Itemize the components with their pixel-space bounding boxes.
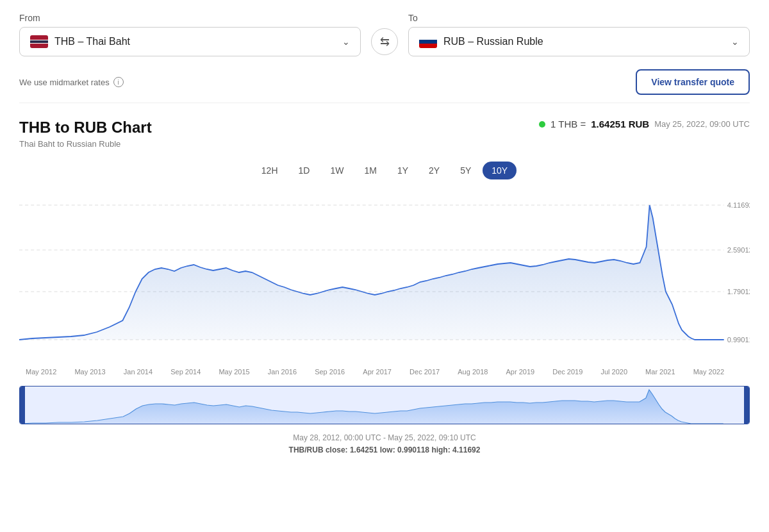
thb-flag: [30, 35, 48, 48]
svg-text:0.990118: 0.990118: [727, 336, 750, 344]
chart-subtitle: Thai Baht to Russian Ruble: [19, 139, 152, 149]
from-currency-group: From THB – Thai Baht ⌄: [19, 13, 361, 56]
from-currency-select[interactable]: THB – Thai Baht ⌄: [19, 27, 361, 56]
transfer-quote-button[interactable]: View transfer quote: [636, 69, 750, 95]
svg-text:2.59012: 2.59012: [727, 246, 750, 254]
tf-1m[interactable]: 1M: [355, 162, 385, 179]
svg-text:1.79012: 1.79012: [727, 288, 750, 295]
main-chart: 4.11692 2.59012 1.79012 0.990118: [19, 186, 750, 365]
rub-flag: [419, 35, 437, 48]
midmarket-row: We use midmarket rates i View transfer q…: [19, 69, 750, 103]
tf-10y[interactable]: 10Y: [483, 162, 517, 179]
x-label-13: Mar 2021: [645, 368, 675, 376]
x-label-6: Sep 2016: [315, 368, 345, 376]
svg-rect-0: [419, 35, 437, 40]
tf-5y[interactable]: 5Y: [451, 162, 480, 179]
midmarket-text: We use midmarket rates i: [19, 77, 124, 87]
x-label-7: Apr 2017: [363, 368, 392, 376]
x-label-4: May 2015: [219, 368, 249, 376]
from-label: From: [19, 13, 361, 23]
from-chevron-icon: ⌄: [342, 37, 350, 47]
tf-1w[interactable]: 1W: [321, 162, 352, 179]
x-label-1: May 2013: [74, 368, 105, 376]
chart-footer: May 28, 2012, 00:00 UTC - May 25, 2022, …: [19, 432, 750, 456]
x-label-8: Dec 2017: [409, 368, 440, 376]
to-label: To: [408, 13, 750, 23]
chart-svg: 4.11692 2.59012 1.79012 0.990118: [19, 186, 750, 365]
mini-chart-container[interactable]: [19, 386, 750, 424]
x-label-14: May 2022: [693, 368, 724, 376]
x-label-5: Jan 2016: [268, 368, 297, 376]
footer-close: 1.64251: [350, 445, 377, 454]
x-label-2: Jan 2014: [124, 368, 153, 376]
chart-header: THB to RUB Chart Thai Baht to Russian Ru…: [19, 119, 750, 149]
footer-high: 4.11692: [452, 445, 480, 454]
svg-rect-2: [419, 44, 437, 48]
footer-stats: THB/RUB close: 1.64251 low: 0.990118 hig…: [19, 444, 750, 456]
footer-range: May 28, 2012, 00:00 UTC - May 25, 2022, …: [19, 432, 750, 444]
tf-1y[interactable]: 1Y: [388, 162, 417, 179]
svg-text:4.11692: 4.11692: [727, 201, 750, 209]
chart-title: THB to RUB Chart: [19, 119, 152, 137]
tf-12h[interactable]: 12H: [252, 162, 287, 179]
to-chevron-icon: ⌄: [731, 37, 739, 47]
from-currency-display: THB – Thai Baht: [54, 36, 130, 47]
tf-2y[interactable]: 2Y: [420, 162, 449, 179]
rate-date: May 25, 2022, 09:00 UTC: [654, 119, 750, 129]
to-currency-display: RUB – Russian Ruble: [443, 36, 543, 47]
info-icon[interactable]: i: [113, 77, 124, 87]
swap-button[interactable]: ⇆: [371, 28, 398, 55]
rate-value: 1.64251 RUB: [591, 119, 649, 129]
mini-chart-handle-right[interactable]: [744, 387, 749, 424]
rate-prefix: 1 THB =: [550, 119, 586, 129]
tf-1d[interactable]: 1D: [290, 162, 319, 179]
to-currency-group: To RUB – Russian Ruble ⌄: [408, 13, 750, 56]
x-label-10: Apr 2019: [506, 368, 534, 376]
swap-icon: ⇆: [380, 35, 390, 49]
x-label-3: Sep 2014: [170, 368, 201, 376]
rate-dot: [539, 121, 545, 128]
svg-rect-1: [419, 40, 437, 44]
x-label-12: Jul 2020: [600, 368, 627, 376]
x-label-9: Aug 2018: [458, 368, 488, 376]
x-axis-labels: May 2012 May 2013 Jan 2014 Sep 2014 May …: [19, 368, 750, 376]
rate-display: 1 THB = 1.64251 RUB May 25, 2022, 09:00 …: [539, 119, 750, 129]
x-label-0: May 2012: [26, 368, 56, 376]
footer-low: 0.990118: [397, 445, 429, 454]
x-label-11: Dec 2019: [552, 368, 583, 376]
timeframe-row: 12H 1D 1W 1M 1Y 2Y 5Y 10Y: [19, 162, 750, 179]
to-currency-select[interactable]: RUB – Russian Ruble ⌄: [408, 27, 750, 56]
mini-chart-handle-left[interactable]: [20, 387, 25, 424]
mini-chart-svg: [20, 387, 749, 424]
